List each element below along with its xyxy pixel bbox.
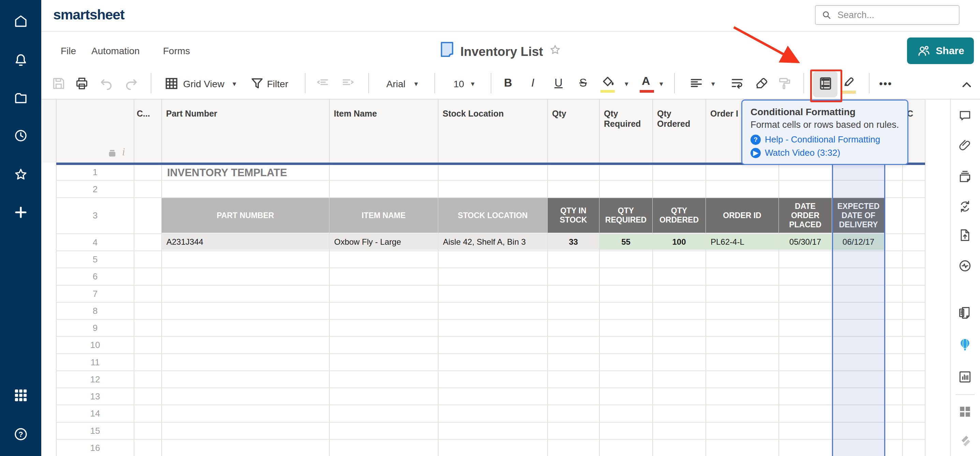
column-header-part-number[interactable]: Part Number [166,108,217,119]
filter-icon[interactable] [249,76,265,91]
conversations-icon[interactable] [958,108,972,123]
column-header-qty-required[interactable]: Qty Required [604,108,648,129]
menu-forms[interactable]: Forms [163,46,190,57]
proofs-icon[interactable] [958,169,972,184]
grid-cell[interactable]: Aisle 42, Shelf A, Bin 3 [438,234,547,250]
row-number[interactable]: 8 [56,306,134,316]
collapse-toolbar-chevron-icon[interactable] [959,77,975,93]
row-number[interactable]: 6 [56,271,134,282]
grid-cell[interactable]: 100 [653,234,705,250]
grid-cell[interactable]: 33 [547,234,599,250]
font-family-caret-icon[interactable]: ▾ [414,80,418,88]
column-header-checkbox[interactable]: C... [137,108,150,119]
table-header-cell[interactable]: ORDER ID [706,198,778,233]
row-number[interactable]: 4 [56,237,134,248]
table-header-cell[interactable]: DATE ORDER PLACED [779,198,832,233]
recents-clock-icon[interactable] [13,127,29,144]
app-launcher-grid-icon[interactable] [13,387,29,404]
underline-button[interactable]: U [554,76,563,89]
grid-view-icon[interactable] [164,76,179,91]
grid-cell[interactable]: Oxbow Fly - Large [329,234,438,250]
grid-cell[interactable]: 55 [600,234,652,250]
text-color-button[interactable]: A [640,74,655,90]
row-number[interactable]: 2 [56,184,134,195]
table-header-cell[interactable]: QTY ORDERED [653,198,705,233]
grid-cell[interactable]: 05/30/17 [779,234,832,250]
row-number[interactable]: 15 [56,426,134,436]
row-number[interactable]: 12 [56,374,134,385]
column-header-order-id[interactable]: Order I [710,108,738,119]
fill-color-icon[interactable] [600,74,616,89]
whats-new-balloon-icon[interactable] [958,337,972,353]
column-header-item-name[interactable]: Item Name [334,108,377,119]
row-number[interactable]: 11 [56,357,134,368]
format-painter-roller-icon[interactable] [777,76,792,91]
filter-button[interactable]: Filter [267,79,288,90]
search-input[interactable] [837,10,959,21]
attachments-paperclip-icon[interactable] [958,138,972,153]
font-size-selector[interactable]: 10 [453,79,464,90]
text-color-caret-icon[interactable]: ▾ [659,80,663,88]
font-size-caret-icon[interactable]: ▾ [471,80,475,88]
print-icon[interactable] [74,76,90,91]
row-number[interactable]: 9 [56,323,134,333]
table-header-cell[interactable]: QTY REQUIRED [600,198,652,233]
row-number[interactable]: 16 [56,443,134,453]
bold-button[interactable]: B [504,76,512,89]
row-number[interactable]: 1 [56,167,134,178]
outdent-icon[interactable] [315,76,331,91]
row-number[interactable]: 14 [56,408,134,419]
row-number[interactable]: 5 [56,254,134,265]
redo-icon[interactable] [123,76,139,91]
view-caret-icon[interactable]: ▾ [232,80,236,88]
row-number[interactable]: 7 [56,289,134,299]
sheet-summary-icon[interactable] [958,305,972,320]
grid-cell[interactable]: PL62-4-L [706,234,778,250]
share-button[interactable]: Share [907,38,974,64]
table-header-cell[interactable]: PART NUMBER [162,198,329,233]
undo-icon[interactable] [99,76,114,91]
favorites-star-icon[interactable] [13,167,29,183]
fill-color-caret-icon[interactable]: ▾ [625,80,628,88]
help-link[interactable]: ? Help - Conditional Formatting [751,134,899,145]
save-icon[interactable] [51,76,67,91]
row-number[interactable]: 10 [56,340,134,350]
menu-file[interactable]: File [61,46,76,57]
more-options-button[interactable]: ••• [879,78,892,90]
italic-button[interactable]: I [531,76,535,89]
align-caret-icon[interactable]: ▾ [711,80,715,88]
highlight-icon[interactable] [841,74,857,89]
table-header-cell[interactable]: STOCK LOCATION [438,198,547,233]
row-number[interactable]: 3 [56,210,134,221]
jira-icon[interactable] [958,434,972,448]
publish-icon[interactable] [958,228,972,243]
menu-automation[interactable]: Automation [91,46,140,57]
browse-folder-icon[interactable] [13,90,29,106]
favorite-star-icon[interactable] [548,43,562,57]
indent-icon[interactable] [340,76,356,91]
align-left-icon[interactable] [689,76,704,91]
row-number[interactable]: 13 [56,391,134,402]
wrap-text-icon[interactable] [729,76,745,91]
clear-format-eraser-icon[interactable] [754,76,770,91]
notifications-bell-icon[interactable] [13,52,29,68]
search-box[interactable] [815,5,959,25]
home-icon[interactable] [13,13,29,29]
table-header-cell[interactable]: ITEM NAME [329,198,438,233]
connections-icon[interactable] [958,404,972,419]
create-plus-icon[interactable] [13,204,29,221]
insights-chart-icon[interactable] [958,369,972,385]
column-header-stock-location[interactable]: Stock Location [442,108,504,119]
smartsheet-logo[interactable]: smartsheet [53,7,124,23]
update-requests-icon[interactable] [958,199,972,214]
activity-log-icon[interactable] [958,258,972,273]
help-icon[interactable]: ? [13,426,29,442]
watch-video-link[interactable]: ▶ Watch Video (3:32) [751,148,899,158]
table-header-cell[interactable]: QTY IN STOCK [547,198,599,233]
column-header-qty[interactable]: Qty [552,108,566,119]
view-selector[interactable]: Grid View [183,79,224,90]
sheet-banner-title[interactable]: INVENTORY TEMPLATE [167,165,287,181]
grid-cell[interactable]: A231J344 [162,234,329,250]
font-family-selector[interactable]: Arial [387,79,406,90]
strikethrough-button[interactable]: S [579,76,587,89]
